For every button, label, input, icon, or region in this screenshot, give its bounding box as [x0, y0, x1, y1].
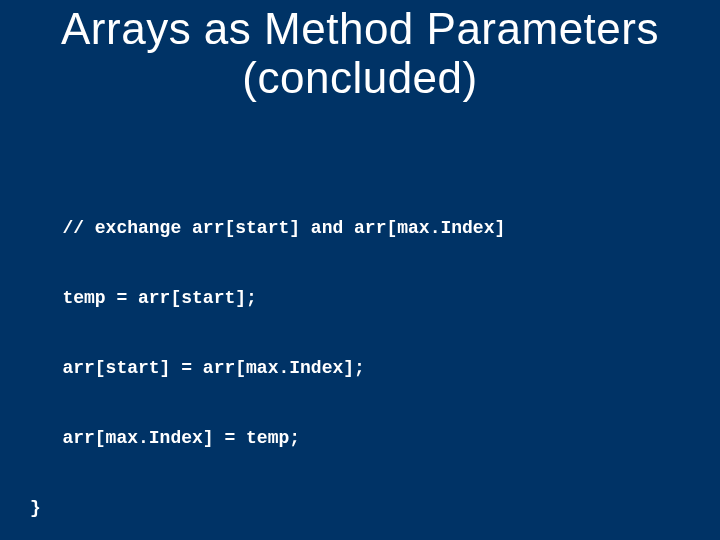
title-line-1: Arrays as Method Parameters [30, 4, 690, 53]
code-line: temp = arr[start]; [30, 287, 505, 310]
title-line-2: (concluded) [30, 53, 690, 102]
slide-title: Arrays as Method Parameters (concluded) [30, 4, 690, 103]
code-line: // exchange arr[start] and arr[max.Index… [30, 217, 505, 240]
code-line: arr[start] = arr[max.Index]; [30, 357, 505, 380]
code-line: } [30, 497, 505, 520]
code-block: // exchange arr[start] and arr[max.Index… [30, 170, 505, 540]
code-line: arr[max.Index] = temp; [30, 427, 505, 450]
slide: Arrays as Method Parameters (concluded) … [0, 0, 720, 540]
